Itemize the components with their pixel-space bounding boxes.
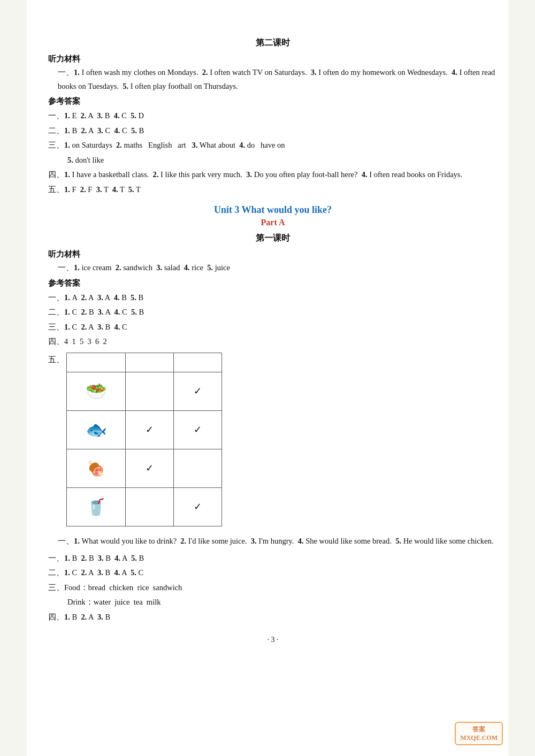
answer-section-2: 一、1. A 2. A 3. A 4. B 5. B 二、1. C 2. B 3… (48, 291, 498, 349)
part-a-title: Part A (48, 218, 498, 227)
sarah-check-2: ✓ (126, 410, 174, 449)
answer-section-1: 一、1. E 2. A 3. B 4. C 5. D 二、1. B 2. A 3… (48, 109, 498, 197)
mike-check-3 (174, 449, 222, 487)
tingli-content-1: 一、1. I often wash my clothes on Mondays.… (58, 65, 498, 93)
col-mike (174, 353, 222, 372)
col-food (67, 353, 126, 372)
food-icon-4: 🥤 (67, 487, 126, 526)
tingli-content-3: 一、1. What would you like to drink? 2. I'… (58, 534, 498, 548)
col-sarah (126, 353, 174, 372)
page-number: · 3 · (48, 636, 498, 644)
wu-label: 五、 (48, 355, 64, 365)
food-icon-2: 🐟 (67, 410, 126, 449)
section-title-2: 第一课时 (48, 233, 498, 244)
food-table: 🥗 ✓ 🐟 ✓ ✓ 🍖 ✓ 🥤 (66, 353, 222, 526)
watermark: 答案 MXQE.COM (455, 722, 503, 745)
watermark-box: 答案 MXQE.COM (455, 722, 503, 745)
sarah-check-3: ✓ (126, 449, 174, 487)
mike-check-2: ✓ (174, 410, 222, 449)
mike-check-4: ✓ (174, 487, 222, 526)
table-row: 🥤 ✓ (67, 487, 222, 526)
table-row: 🥗 ✓ (67, 372, 222, 410)
food-table-wrapper: 🥗 ✓ 🐟 ✓ ✓ 🍖 ✓ 🥤 (66, 353, 222, 526)
cankao-label-1: 参考答案 (48, 96, 498, 106)
mike-check-1: ✓ (174, 372, 222, 410)
table-row: 🐟 ✓ ✓ (67, 410, 222, 449)
sarah-check-4 (126, 487, 174, 526)
tingli-label-1: 听力材料 (48, 54, 498, 64)
section-title-1: 第二课时 (48, 37, 498, 49)
tingli-content-2: 一、1. ice cream 2. sandwich 3. salad 4. r… (58, 261, 498, 274)
food-icon-1: 🥗 (67, 372, 126, 410)
food-icon-3: 🍖 (67, 449, 126, 487)
tingli-label-2: 听力材料 (48, 249, 498, 259)
answer-section-3: 一、1. B 2. B 3. B 4. A 5. B 二、1. C 2. A 3… (48, 551, 498, 625)
cankao-label-2: 参考答案 (48, 278, 498, 288)
page: 第二课时 听力材料 一、1. I often wash my clothes o… (27, 0, 508, 756)
wu-section: 五、 🥗 ✓ 🐟 (48, 353, 498, 526)
table-row: 🍖 ✓ (67, 449, 222, 487)
sarah-check-1 (126, 372, 174, 410)
unit-title: Unit 3 What would you like? (48, 204, 498, 216)
